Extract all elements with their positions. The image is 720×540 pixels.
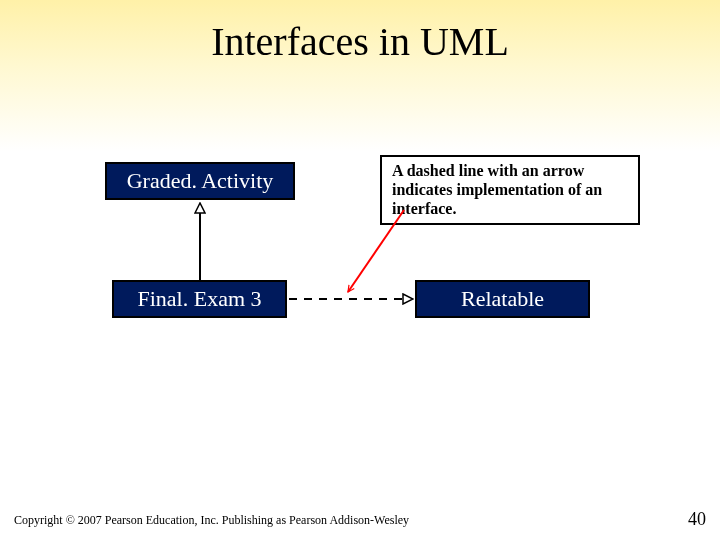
class-box-final-exam: Final. Exam 3: [112, 280, 287, 318]
class-box-label: Relatable: [461, 286, 544, 312]
note-text: A dashed line with an arrow indicates im…: [392, 162, 602, 217]
slide: Interfaces in UML Graded. Activity Final…: [0, 0, 720, 540]
class-box-label: Graded. Activity: [127, 168, 274, 194]
class-box-label: Final. Exam 3: [137, 286, 261, 312]
class-box-graded-activity: Graded. Activity: [105, 162, 295, 200]
slide-title: Interfaces in UML: [0, 18, 720, 65]
page-number: 40: [688, 509, 706, 530]
note-box: A dashed line with an arrow indicates im…: [380, 155, 640, 225]
class-box-relatable: Relatable: [415, 280, 590, 318]
copyright-footer: Copyright © 2007 Pearson Education, Inc.…: [14, 513, 409, 528]
arrows-overlay: [0, 0, 720, 540]
